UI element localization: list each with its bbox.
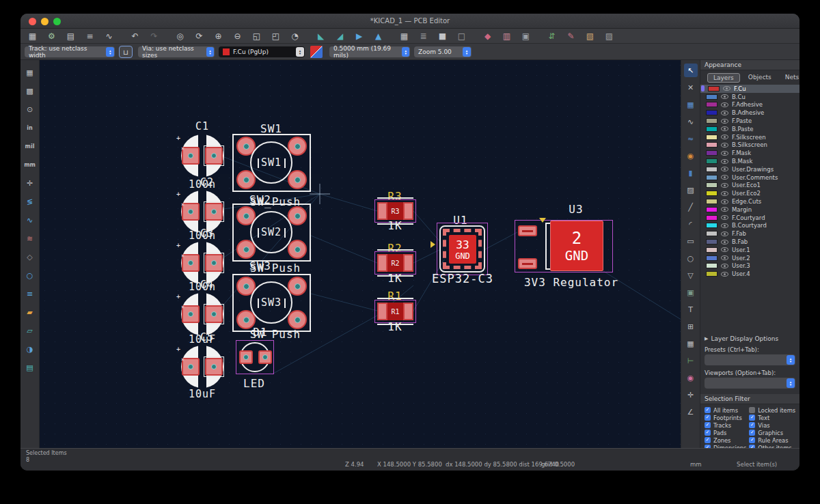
layer-row-b.cu[interactable]: B.Cu: [700, 93, 800, 101]
pad-display-mode-icon[interactable]: ◣: [314, 30, 327, 42]
scripting-console-icon[interactable]: ▨: [603, 30, 616, 42]
add-table-icon[interactable]: ▦: [684, 337, 698, 350]
grid-overrides-icon[interactable]: ▩: [23, 84, 37, 98]
layer-color-swatch[interactable]: [706, 239, 718, 244]
footprint-properties-icon[interactable]: ▦: [398, 30, 411, 42]
layer-row-b.adhesive[interactable]: B.Adhesive: [700, 109, 800, 117]
undo-icon[interactable]: ↶: [128, 30, 141, 42]
visibility-eye-icon[interactable]: [721, 232, 728, 236]
layer-row-f.adhesive[interactable]: F.Adhesive: [700, 101, 800, 109]
units-mm-icon[interactable]: mm: [23, 158, 37, 171]
zoom-in-icon[interactable]: ⊕: [212, 30, 225, 42]
redo-icon[interactable]: ↷: [148, 30, 161, 42]
tab-nets[interactable]: Nets: [780, 73, 800, 83]
zoom-to-objects-icon[interactable]: ◔: [288, 30, 301, 42]
layer-color-swatch[interactable]: [706, 175, 718, 180]
route-differential-pairs-icon[interactable]: ≈: [684, 132, 698, 145]
visibility-eye-icon[interactable]: [721, 111, 728, 115]
pcb-canvas[interactable]: +✕+✕+✕+✕+✕C1100nC2100nC3100nC410uFC510uF…: [40, 60, 681, 448]
print-icon[interactable]: ≡: [83, 30, 96, 42]
add-leader-icon[interactable]: ◉: [684, 371, 698, 384]
layer-color-swatch[interactable]: [706, 271, 718, 277]
layer-color-swatch[interactable]: [708, 86, 720, 92]
layer-row-f.cu[interactable]: F.Cu: [700, 85, 800, 93]
filter-graphics[interactable]: ✓Graphics: [749, 430, 798, 436]
dropdown-stepper-icon[interactable]: ▴▾: [787, 378, 795, 388]
checkbox-icon[interactable]: ✓: [749, 430, 755, 436]
visibility-eye-icon[interactable]: [721, 143, 728, 148]
zoom-fit-icon[interactable]: ◱: [250, 30, 263, 42]
layer-color-swatch[interactable]: [706, 223, 718, 228]
refresh-icon[interactable]: ⟳: [193, 30, 206, 42]
visibility-eye-icon[interactable]: [721, 207, 728, 212]
dropdown-stepper-icon[interactable]: ▴▾: [787, 355, 795, 365]
visibility-eye-icon[interactable]: [721, 255, 728, 260]
visibility-eye-icon[interactable]: [721, 126, 728, 131]
filter-vias[interactable]: ✓Vias: [749, 422, 798, 429]
layer-row-b.mask[interactable]: B.Mask: [700, 157, 800, 165]
layer-color-swatch[interactable]: [706, 191, 718, 196]
layer-row-f.silkscreen[interactable]: F.Silkscreen: [700, 133, 800, 141]
visibility-eye-icon[interactable]: [721, 175, 728, 180]
visibility-eye-icon[interactable]: [721, 199, 728, 204]
layer-row-b.silkscreen[interactable]: B.Silkscreen: [700, 141, 800, 150]
layer-color-swatch[interactable]: [706, 102, 718, 107]
zoom-to-selection-icon[interactable]: ◰: [269, 30, 282, 42]
layer-color-swatch[interactable]: [706, 247, 718, 253]
properties-panel-icon[interactable]: ▤: [23, 361, 37, 374]
curved-ratsnest-icon[interactable]: ∿: [23, 213, 37, 227]
filter-zones[interactable]: ✓Zones: [705, 437, 749, 444]
layer-color-swatch[interactable]: [706, 231, 718, 236]
dropdown-stepper-icon[interactable]: ▴▾: [296, 47, 304, 57]
layer-row-b.paste[interactable]: B.Paste: [700, 125, 800, 133]
visibility-eye-icon[interactable]: [721, 151, 728, 156]
schematic-editor-icon[interactable]: ✎: [564, 30, 577, 42]
checkbox-icon[interactable]: ✓: [705, 415, 711, 421]
sketch-tracks-icon[interactable]: ≡: [23, 287, 37, 300]
route-tracks-icon[interactable]: ∿: [684, 115, 698, 128]
title-bar[interactable]: *KICAD_1 — PCB Editor: [20, 14, 800, 29]
switch-pad[interactable]: [288, 170, 307, 189]
draw-rectangle-icon[interactable]: ▭: [684, 234, 698, 248]
layer-color-swatch[interactable]: [706, 142, 718, 148]
add-text-icon[interactable]: T: [684, 303, 698, 316]
switch-pad[interactable]: [288, 310, 307, 329]
filter-rule-areas[interactable]: ✓Rule Areas: [749, 437, 798, 444]
checkbox-icon[interactable]: ✓: [705, 407, 711, 413]
layer-row-b.fab[interactable]: B.Fab: [700, 238, 800, 246]
add-dimension-icon[interactable]: ⊢: [684, 354, 698, 367]
dim-inactive-layers-icon[interactable]: ◑: [23, 342, 37, 356]
update-pcb-from-schematic-icon[interactable]: ⇵: [545, 30, 558, 42]
visibility-eye-icon[interactable]: [721, 272, 728, 277]
switch-pad[interactable]: [288, 137, 307, 156]
filter-text[interactable]: ✓Text: [749, 415, 798, 421]
checkbox-icon[interactable]: ✓: [749, 437, 755, 443]
led-pad[interactable]: [239, 350, 253, 364]
layer-display-options-toggle[interactable]: ▶ Layer Display Options: [700, 335, 800, 342]
net-inspector-icon[interactable]: ▥: [500, 30, 513, 42]
page-settings-icon[interactable]: ▤: [64, 30, 77, 42]
checkbox-icon[interactable]: ✓: [705, 430, 711, 436]
visibility-eye-icon[interactable]: [721, 94, 728, 99]
checkbox-icon[interactable]: ✓: [749, 415, 755, 421]
layer-color-swatch[interactable]: [706, 167, 718, 172]
visibility-eye-icon[interactable]: [721, 240, 728, 244]
footprint-editor-icon[interactable]: ▧: [584, 30, 597, 42]
layer-color-swatch[interactable]: [706, 110, 718, 115]
visibility-eye-icon[interactable]: [721, 215, 728, 220]
active-layer-dropdown[interactable]: F.Cu (PgUp) ▴▾: [219, 46, 305, 57]
track-width-dropdown[interactable]: Track: use netclass width ▴▾: [25, 46, 115, 57]
show-grid-icon[interactable]: ▦: [23, 66, 37, 79]
layer-color-swatch[interactable]: [706, 182, 718, 188]
measure-tool-icon[interactable]: ∠: [684, 405, 698, 419]
layer-color-swatch[interactable]: [706, 126, 718, 132]
board-setup-icon[interactable]: ⚙: [45, 30, 58, 42]
checkbox-icon[interactable]: [749, 407, 755, 413]
sketch-pads-icon[interactable]: ◇: [23, 250, 37, 264]
checkbox-icon[interactable]: ✓: [705, 437, 711, 443]
sketch-vias-icon[interactable]: ○: [23, 268, 37, 282]
visibility-eye-icon[interactable]: [721, 167, 728, 171]
layer-color-swatch[interactable]: [706, 118, 718, 124]
auto-track-width-button[interactable]: ⊔: [119, 46, 133, 58]
draw-polygon-icon[interactable]: ▽: [684, 268, 698, 282]
